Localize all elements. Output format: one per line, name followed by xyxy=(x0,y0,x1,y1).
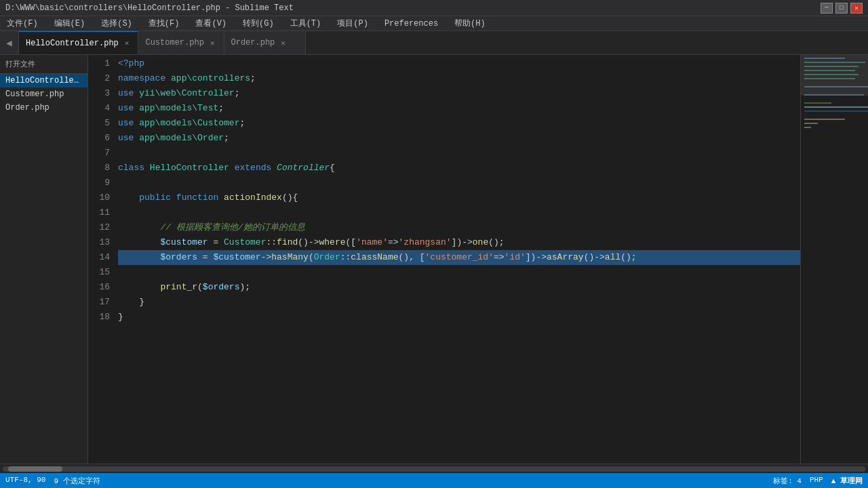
logo-text: ▲ 草理网 xyxy=(831,476,863,486)
menu-goto[interactable]: 转到(G) xyxy=(239,16,278,30)
line-num-5: 5 xyxy=(88,116,110,131)
status-right: 标签: 4 PHP ▲ 草理网 xyxy=(773,476,863,486)
line-num-8: 8 xyxy=(88,161,110,176)
tab-hellocontroller-close[interactable]: ✕ xyxy=(123,38,132,48)
line-num-2: 2 xyxy=(88,71,110,86)
horizontal-scrollbar[interactable] xyxy=(0,464,868,473)
svg-rect-3 xyxy=(804,70,855,71)
svg-rect-11 xyxy=(804,119,845,120)
maximize-button[interactable]: □ xyxy=(835,3,848,14)
menu-bar: 文件(F) 编辑(E) 选择(S) 查找(F) 查看(V) 转到(G) 工具(T… xyxy=(0,16,868,31)
menu-project[interactable]: 项目(P) xyxy=(333,16,372,30)
code-line-10: public function actionIndex(){ xyxy=(118,190,800,205)
code-line-12: // 根据顾客查询他/她的订单的信息 xyxy=(118,220,800,235)
menu-help[interactable]: 帮助(H) xyxy=(450,16,490,30)
code-line-14: $orders = $customer->hasMany(Order::clas… xyxy=(118,250,800,265)
svg-rect-2 xyxy=(804,66,859,67)
code-line-1: <?php xyxy=(118,56,800,71)
status-bar: UTF-8, 90 9 个选定字符 标签: 4 PHP ▲ 草理网 xyxy=(0,473,868,488)
line-num-12: 12 xyxy=(88,220,110,235)
tab-customer-close[interactable]: ✕ xyxy=(208,38,217,48)
svg-rect-13 xyxy=(804,127,811,128)
code-line-5: use app\models\Customer; xyxy=(118,116,800,131)
sidebar-item-hellocontroller[interactable]: HelloController.php xyxy=(0,74,87,87)
tab-order[interactable]: Order.php ✕ xyxy=(224,31,306,54)
scrollbar-thumb[interactable] xyxy=(8,466,62,472)
line-num-10: 10 xyxy=(88,190,110,205)
code-line-11 xyxy=(118,205,800,220)
code-line-13: $customer = Customer::find()->where(['na… xyxy=(118,235,800,250)
sidebar: 打开文件 HelloController.php Customer.php Or… xyxy=(0,55,88,464)
status-line-col: 标签: 4 xyxy=(773,476,802,486)
code-line-15 xyxy=(118,265,800,280)
minimap-svg xyxy=(801,55,868,190)
line-num-3: 3 xyxy=(88,86,110,101)
menu-find[interactable]: 查找(F) xyxy=(144,16,184,30)
sidebar-item-order[interactable]: Order.php xyxy=(0,101,87,115)
svg-rect-1 xyxy=(804,62,865,63)
menu-view[interactable]: 查看(V) xyxy=(191,16,231,30)
code-line-3: use yii\web\Controller; xyxy=(118,86,800,101)
line-numbers: 1 2 3 4 5 6 7 8 9 10 11 12 13 14 15 16 1… xyxy=(88,55,115,464)
line-num-6: 6 xyxy=(88,131,110,146)
status-encoding: UTF-8, 90 xyxy=(5,476,45,486)
status-selection: 9 个选定字符 xyxy=(54,476,100,486)
svg-rect-0 xyxy=(804,58,845,59)
tab-customer-label: Customer.php xyxy=(145,38,203,47)
code-line-4: use app\models\Test; xyxy=(118,101,800,116)
svg-rect-5 xyxy=(804,78,855,79)
status-left: UTF-8, 90 9 个选定字符 xyxy=(5,476,100,486)
minimap xyxy=(800,55,868,464)
line-num-17: 17 xyxy=(88,295,110,310)
close-button[interactable]: ✕ xyxy=(850,3,863,14)
svg-rect-7 xyxy=(804,94,864,96)
svg-rect-10 xyxy=(804,110,868,112)
code-line-18: } xyxy=(118,310,800,325)
code-line-16: print_r($orders); xyxy=(118,280,800,295)
svg-rect-12 xyxy=(804,123,818,124)
code-line-2: namespace app\controllers; xyxy=(118,71,800,86)
code-line-9 xyxy=(118,176,800,190)
menu-tools[interactable]: 工具(T) xyxy=(286,16,326,30)
sidebar-header: 打开文件 xyxy=(0,55,87,74)
tab-order-close[interactable]: ✕ xyxy=(279,38,288,48)
status-syntax: PHP xyxy=(810,476,823,486)
line-num-9: 9 xyxy=(88,176,110,190)
line-num-4: 4 xyxy=(88,101,110,116)
tab-order-label: Order.php xyxy=(231,38,275,47)
tab-customer[interactable]: Customer.php ✕ xyxy=(138,31,224,54)
sidebar-item-customer[interactable]: Customer.php xyxy=(0,87,87,101)
line-num-18: 18 xyxy=(88,310,110,325)
menu-preferences[interactable]: Preferences xyxy=(380,18,442,30)
svg-rect-6 xyxy=(804,86,868,87)
line-num-16: 16 xyxy=(88,280,110,295)
line-num-11: 11 xyxy=(88,205,110,220)
svg-rect-8 xyxy=(804,102,831,104)
svg-rect-9 xyxy=(804,106,868,108)
window-controls: ─ □ ✕ xyxy=(821,3,863,14)
menu-edit[interactable]: 编辑(E) xyxy=(50,16,90,30)
line-num-13: 13 xyxy=(88,235,110,250)
editor: 1 2 3 4 5 6 7 8 9 10 11 12 13 14 15 16 1… xyxy=(88,55,868,464)
scrollbar-track xyxy=(3,466,865,472)
code-line-7 xyxy=(118,146,800,161)
minimize-button[interactable]: ─ xyxy=(821,3,833,14)
svg-rect-4 xyxy=(804,74,859,75)
code-area[interactable]: <?php namespace app\controllers; use yii… xyxy=(115,55,800,464)
main-area: 打开文件 HelloController.php Customer.php Or… xyxy=(0,55,868,464)
line-num-14: 14 xyxy=(88,250,110,265)
tab-hellocontroller[interactable]: HelloController.php ✕ xyxy=(19,31,138,54)
tab-hellocontroller-label: HelloController.php xyxy=(26,39,119,48)
window-title: D:\WWW\basic\controllers\HelloController… xyxy=(5,3,294,13)
line-num-15: 15 xyxy=(88,265,110,280)
code-line-6: use app\models\Order; xyxy=(118,131,800,146)
title-bar: D:\WWW\basic\controllers\HelloController… xyxy=(0,0,868,16)
code-line-17: } xyxy=(118,295,800,310)
tab-bar: ◀ HelloController.php ✕ Customer.php ✕ O… xyxy=(0,31,868,55)
menu-file[interactable]: 文件(F) xyxy=(3,16,42,30)
menu-select[interactable]: 选择(S) xyxy=(97,16,136,30)
line-num-1: 1 xyxy=(88,56,110,71)
line-num-7: 7 xyxy=(88,146,110,161)
code-line-8: class HelloController extends Controller… xyxy=(118,161,800,176)
tab-prev-button[interactable]: ◀ xyxy=(0,31,19,54)
